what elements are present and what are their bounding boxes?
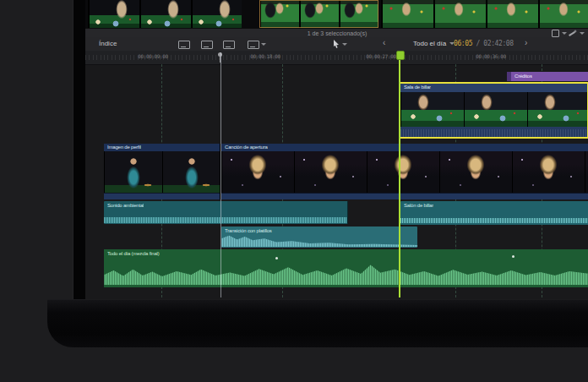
- timecode-current: 06:05: [454, 40, 472, 47]
- clip-transicion-con-platillos[interactable]: Transición con platillos: [221, 226, 417, 248]
- edit-point-line: [220, 52, 221, 297]
- ruler-timecode: 00:00:27:00: [366, 53, 395, 59]
- keyframe-dot[interactable]: [275, 257, 278, 259]
- clip-sonido-ambiental[interactable]: Sonido ambiental: [104, 201, 348, 224]
- timeline-ruler[interactable]: 00:00:09:00 00:00:18:00 00:00:27:00 00:0…: [85, 51, 588, 65]
- cursor-arrow-icon: [333, 40, 340, 48]
- clip-header: Sala de billar: [400, 84, 587, 92]
- chevron-down-icon[interactable]: [261, 42, 265, 46]
- clip-filmstrip-thumbnails: [400, 92, 587, 127]
- clip-label: Créditos: [514, 74, 532, 79]
- browser-area: [85, 0, 588, 28]
- clip-appearance-button-1[interactable]: [178, 41, 190, 49]
- clip-label: Sala de billar: [404, 85, 431, 90]
- playhead-line[interactable]: [399, 51, 400, 297]
- clip-imagen-de-perfil[interactable]: Imagen de perfil: [104, 144, 220, 199]
- clip-audio-strip: [221, 193, 588, 199]
- playhead-handle[interactable]: [396, 51, 405, 60]
- enhance-wand-icon[interactable]: [569, 30, 577, 37]
- clip-appearance-button-3[interactable]: [223, 41, 235, 49]
- fcp-window: 1 de 3 seleccionado(s) Índice: [85, 0, 588, 299]
- macbook-mockup: 1 de 3 seleccionado(s) Índice: [0, 0, 588, 382]
- timecode-display: 06:05 / 02:42:08: [454, 40, 514, 47]
- clip-todo-el-dia-mezcla-final[interactable]: Todo el día (mezcla final): [104, 249, 588, 287]
- clip-appearance-button-4[interactable]: [248, 41, 259, 49]
- range-label: Todo el día: [413, 40, 446, 47]
- clip-audio-waveform: [104, 217, 347, 223]
- clip-audio-waveform: [400, 127, 587, 137]
- timeline-range-dropdown[interactable]: Todo el día: [413, 40, 454, 47]
- laptop-base: [47, 299, 588, 347]
- clip-credits-title[interactable]: Créditos: [507, 72, 588, 81]
- clip-audio-waveform: [104, 263, 588, 285]
- chevron-down-icon: [342, 42, 346, 46]
- browser-clip-filmstrip-selected[interactable]: [259, 0, 378, 28]
- clip-appearance-button-2[interactable]: [201, 41, 213, 49]
- clip-audio-strip: [104, 193, 220, 199]
- ruler-timecode: 00:00:36:00: [476, 53, 505, 59]
- ruler-timecode: 00:00:09:00: [138, 53, 167, 59]
- clip-label: Transición con platillos: [225, 228, 272, 234]
- clip-label: Todo el día (mezcla final): [107, 251, 160, 257]
- laptop-screen: 1 de 3 seleccionado(s) Índice: [73, 0, 588, 299]
- chevron-down-icon[interactable]: [580, 31, 584, 35]
- clip-audio-waveform: [221, 235, 417, 247]
- browser-tools: [552, 30, 584, 37]
- clip-label: Sonido ambiental: [107, 203, 144, 209]
- clip-filmstrip-thumbnails: [221, 151, 588, 194]
- ruler-timecode: 00:00:18:00: [250, 53, 280, 59]
- clip-label: Canción de apertura: [225, 145, 268, 150]
- browser-clip-filmstrip-3[interactable]: [381, 0, 588, 28]
- chevron-down-icon[interactable]: [562, 31, 566, 35]
- clip-header: Imagen de perfil: [104, 144, 220, 151]
- clip-salon-de-billar[interactable]: Salón de billar: [400, 201, 588, 225]
- timecode-total: / 02:42:08: [472, 40, 514, 47]
- timeline-toolbar: Índice ‹ Todo el día 06:0: [85, 37, 588, 52]
- tools-dropdown[interactable]: [333, 40, 346, 48]
- clip-filmstrip-thumbnails: [104, 151, 220, 194]
- clip-label: Salón de billar: [404, 203, 433, 209]
- next-item-button[interactable]: ›: [525, 38, 527, 47]
- browser-clip-filmstrip-1[interactable]: [88, 0, 242, 28]
- clip-cancion-de-apertura[interactable]: Canción de apertura: [221, 144, 588, 199]
- clip-header: Canción de apertura: [221, 144, 588, 151]
- clip-selected-connected[interactable]: Sala de billar: [399, 82, 588, 139]
- selection-status: 1 de 3 seleccionado(s): [85, 30, 588, 36]
- index-button[interactable]: Índice: [99, 40, 117, 47]
- clip-audio-waveform: [400, 218, 588, 223]
- previous-item-button[interactable]: ‹: [383, 38, 385, 47]
- keyframe-dot[interactable]: [512, 255, 514, 258]
- transform-icon[interactable]: [552, 30, 559, 37]
- clip-label: Imagen de perfil: [107, 145, 141, 150]
